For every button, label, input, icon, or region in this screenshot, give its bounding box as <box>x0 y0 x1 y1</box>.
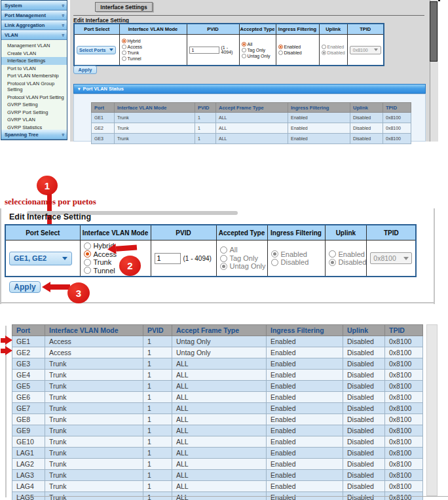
form-header-row: Port Select Interface VLAN Mode PVID Acc… <box>74 24 384 35</box>
table-cell: 0x8100 <box>385 403 423 414</box>
table-row: LAG2Trunk1ALLEnabledDisabled0x8100 <box>12 459 423 470</box>
radio-uplink-enabled[interactable]: Enabled <box>322 44 345 50</box>
tpid-select[interactable]: 0x8100 <box>350 46 381 54</box>
table-cell: LAG2 <box>12 459 45 470</box>
sidebar-group-port-management[interactable]: Port Management ▿ <box>1 10 67 20</box>
table-cell: 1 <box>143 358 172 370</box>
column-header: PVID <box>195 103 216 113</box>
table-cell: Disabled <box>343 392 385 403</box>
table-cell: Enabled <box>267 392 343 403</box>
tpid-select[interactable]: 0x8100 <box>370 252 412 264</box>
tpid-value: 0x8100 <box>353 48 368 52</box>
table-cell: 0x8100 <box>383 113 411 123</box>
apply-button[interactable]: Apply <box>73 66 97 74</box>
pvid-input[interactable] <box>189 47 219 54</box>
sidebar-item-interface-settings[interactable]: Interface Settings <box>1 57 67 65</box>
table-cell: LAG4 <box>12 481 45 492</box>
radio-ingress-enabled[interactable]: Enabled <box>271 250 325 259</box>
radio-icon <box>84 242 91 250</box>
radio-icon <box>271 250 278 258</box>
table-cell: Enabled <box>267 381 343 392</box>
apply-button-zoomed[interactable]: Apply <box>9 281 41 293</box>
radio-access[interactable]: Access <box>122 44 185 50</box>
table-cell: GE1 <box>12 336 45 347</box>
sidebar-group-label: System <box>5 3 22 9</box>
column-header: PVID <box>151 225 216 240</box>
sidebar-group-spanning-tree[interactable]: Spanning Tree ▿ <box>1 130 67 140</box>
sidebar-group-label: Link Aggregation <box>5 22 45 28</box>
radio-uplink-disabled[interactable]: Disabled <box>329 258 367 267</box>
table-cell: 1 <box>143 414 172 425</box>
table-cell: Untag Only <box>172 347 267 358</box>
table-cell: 0x8100 <box>385 414 423 425</box>
column-header: Uplink <box>350 103 383 113</box>
form-body-row: Select Ports Hybrid Access Trunk Tunnel … <box>74 35 384 66</box>
table-cell: Access <box>45 347 143 358</box>
table-row: GE7Trunk1ALLEnabledDisabled0x8100 <box>12 403 423 414</box>
table-cell: Trunk <box>45 370 143 381</box>
table-cell: Trunk <box>45 403 143 414</box>
table-cell: ALL <box>172 436 267 448</box>
tpid-cell: 0x8100 <box>347 35 384 66</box>
ingress-filtering-cell: Enabled Disabled <box>276 35 319 66</box>
sidebar-item-protocol-vlan-group-setting[interactable]: Protocol VLAN Group Setting <box>1 80 61 94</box>
table-cell: Trunk <box>45 448 143 459</box>
radio-ingress-disabled[interactable]: Disabled <box>278 50 317 56</box>
accepted-type-cell: All Tag Only Untag Only <box>216 240 267 277</box>
radio-untag-only[interactable]: Untag Only <box>242 53 274 59</box>
radio-tag-only[interactable]: Tag Only <box>242 47 274 53</box>
radio-uplink-disabled[interactable]: Disabled <box>322 50 345 56</box>
table-cell: Disabled <box>350 123 383 134</box>
sidebar-item-protocol-vlan-port-setting[interactable]: Protocol VLAN Port Setting <box>1 94 67 102</box>
sidebar-group-label: Spanning Tree <box>5 132 39 138</box>
scrollbar-track[interactable] <box>426 324 438 496</box>
sidebar-item-management-vlan[interactable]: Management VLAN <box>1 42 67 50</box>
radio-all[interactable]: All <box>242 41 274 47</box>
port-select-dropdown[interactable]: GE1, GE2 <box>9 252 72 265</box>
sidebar-group-system[interactable]: System ▿ <box>1 1 67 10</box>
page-title-tab[interactable]: Interface Settings <box>95 2 153 12</box>
radio-ingress-enabled[interactable]: Enabled <box>278 44 317 50</box>
scrollbar-thumb[interactable] <box>430 1 438 62</box>
caret-down-icon <box>374 48 378 51</box>
sidebar-group-link-aggregation[interactable]: Link Aggregation ▿ <box>1 20 67 30</box>
radio-tunnel[interactable]: Tunnel <box>122 56 185 62</box>
table-cell: ALL <box>172 481 267 492</box>
radio-all[interactable]: All <box>220 246 267 254</box>
table-cell: Disabled <box>343 459 385 470</box>
table-cell: Disabled <box>343 370 385 381</box>
sidebar-item-port-to-vlan[interactable]: Port to VLAN <box>1 65 67 73</box>
sidebar-item-port-vlan-membership[interactable]: Port VLAN Membership <box>1 72 67 80</box>
table-cell: Trunk <box>45 436 143 448</box>
table-row: GE2Access1Untag OnlyEnabledDisabled0x810… <box>12 347 423 358</box>
vlan-mode-cell: Hybrid Access Trunk Tunnel <box>119 35 187 66</box>
table-cell: 1 <box>143 436 172 448</box>
table-cell: Enabled <box>267 436 343 448</box>
radio-label: Enabled <box>339 250 365 259</box>
radio-ingress-disabled[interactable]: Disabled <box>271 258 325 267</box>
radio-icon <box>329 250 336 258</box>
sidebar-item-create-vlan[interactable]: Create VLAN <box>1 50 67 58</box>
radio-tag-only[interactable]: Tag Only <box>220 254 267 263</box>
table-cell: ALL <box>172 370 267 381</box>
radio-trunk[interactable]: Trunk <box>122 50 185 56</box>
column-header: Interface VLAN Mode <box>80 225 151 240</box>
port-vlan-status-bar[interactable]: ▾ Port VLAN Status <box>73 84 426 94</box>
table-cell: Disabled <box>343 436 385 448</box>
window-bottom-edge <box>18 496 448 497</box>
radio-hybrid[interactable]: Hybrid <box>122 38 185 44</box>
port-select-dropdown[interactable]: Select Ports <box>77 46 116 54</box>
column-header: Ingress Filtering <box>276 24 319 35</box>
table-cell: Enabled <box>288 113 350 123</box>
sidebar-item-gvrp-port-setting[interactable]: GVRP Port Setting <box>1 109 67 117</box>
radio-uplink-enabled[interactable]: Enabled <box>329 250 367 259</box>
sidebar-group-vlan[interactable]: VLAN ▿ <box>1 30 67 40</box>
radio-untag-only[interactable]: Untag Only <box>220 262 267 271</box>
sidebar-item-gvrp-vlan[interactable]: GVRP VLAN <box>1 116 67 124</box>
pvid-input[interactable] <box>155 253 181 264</box>
sidebar-item-gvrp-setting[interactable]: GVRP Setting <box>1 101 67 109</box>
sidebar-group-multicast[interactable]: Multicast ▿ <box>1 140 67 140</box>
table-cell: GE1 <box>92 113 115 123</box>
table-cell: 0x8100 <box>385 381 423 392</box>
radio-icon <box>220 263 227 270</box>
